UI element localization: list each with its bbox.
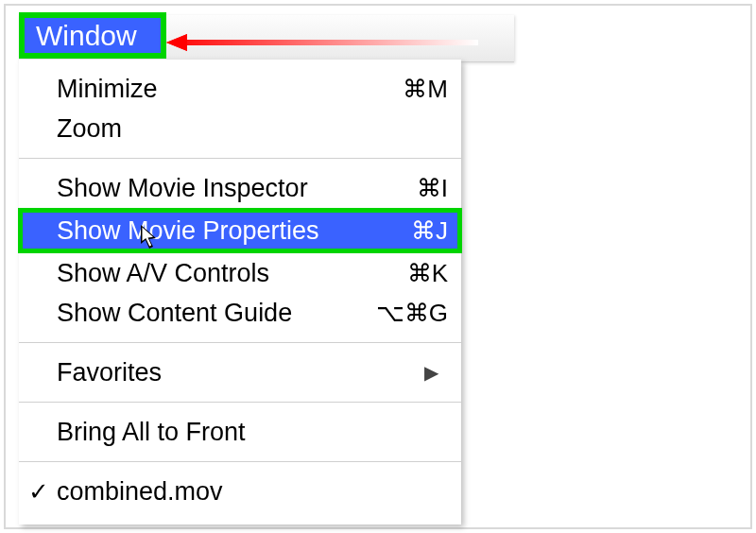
menu-item-label: Bring All to Front (57, 418, 448, 447)
menu-item-zoom[interactable]: Zoom (19, 109, 461, 148)
menu-item-shortcut: ⌘I (363, 174, 448, 203)
menu-item-label: Show Movie Properties (57, 216, 363, 246)
menu-title-window[interactable]: Window (25, 18, 161, 53)
screenshot-frame: Window Minimize ⌘M Zoom Show Movie Inspe… (4, 4, 752, 529)
menu-item-label: Show Content Guide (57, 299, 363, 328)
menu-item-shortcut: ⌘M (363, 75, 448, 104)
checkmark-icon: ✓ (28, 477, 49, 507)
menu-item-label: combined.mov (57, 477, 448, 507)
menu-item-label: Minimize (57, 75, 363, 104)
menu-item-label: Show Movie Inspector (57, 174, 363, 203)
submenu-arrow-icon: ▶ (424, 361, 438, 384)
menu-item-shortcut: ⌥⌘G (363, 299, 448, 328)
menu-item-document-window[interactable]: ✓ combined.mov (19, 472, 461, 511)
menu-item-minimize[interactable]: Minimize ⌘M (19, 69, 461, 109)
menu-separator (19, 461, 461, 462)
menu-item-shortcut: ⌘J (363, 216, 448, 246)
window-menu-dropdown: Minimize ⌘M Zoom Show Movie Inspector ⌘I… (19, 60, 461, 524)
menu-item-bring-all-to-front[interactable]: Bring All to Front (19, 412, 461, 452)
menu-separator (19, 342, 461, 343)
highlight-box-window-menu: Window (19, 12, 166, 59)
menu-item-label: Show A/V Controls (57, 259, 363, 288)
menu-item-show-movie-inspector[interactable]: Show Movie Inspector ⌘I (19, 168, 461, 208)
menu-item-label: Zoom (57, 114, 363, 144)
menu-item-show-movie-properties[interactable]: Show Movie Properties ⌘J (23, 213, 457, 249)
menubar: Window (19, 15, 514, 62)
menu-item-favorites[interactable]: Favorites ▶ (19, 352, 461, 392)
menu-item-show-content-guide[interactable]: Show Content Guide ⌥⌘G (19, 293, 461, 333)
menu-item-show-av-controls[interactable]: Show A/V Controls ⌘K (19, 253, 461, 293)
menu-item-shortcut: ⌘K (363, 259, 448, 288)
menu-item-label: Favorites (57, 358, 424, 387)
menu-separator (19, 402, 461, 403)
menu-separator (19, 158, 461, 159)
highlight-box-show-movie-properties: Show Movie Properties ⌘J (18, 208, 462, 253)
